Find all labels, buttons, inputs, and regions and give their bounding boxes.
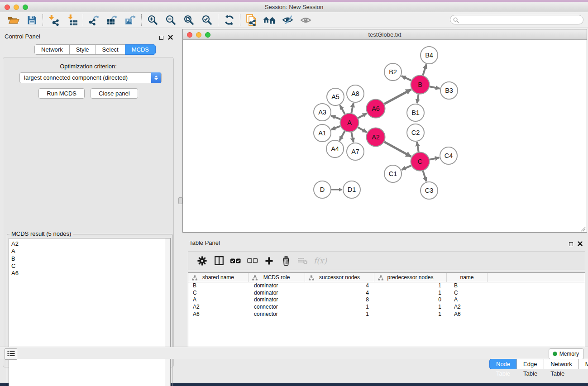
tab-style[interactable]: Style xyxy=(69,44,96,55)
graph-edge-B-B3[interactable] xyxy=(430,86,440,89)
main-window: Session: New Session Control Panel Netwo… xyxy=(0,2,588,383)
vertical-split-grip[interactable] xyxy=(178,197,182,204)
graph-edge-A-A1[interactable] xyxy=(331,126,340,130)
export-network-button[interactable] xyxy=(85,13,103,27)
open-session-button[interactable] xyxy=(5,13,23,27)
task-history-button[interactable] xyxy=(5,348,17,360)
tab-select[interactable]: Select xyxy=(96,44,125,55)
graph-node-label-D: D xyxy=(320,186,325,193)
zoom-out-button[interactable] xyxy=(162,13,180,27)
hide-selected-button[interactable] xyxy=(278,13,296,27)
control-panel-tabs: NetworkStyleSelectMCDS xyxy=(34,44,156,55)
table-row[interactable]: Adominator80A xyxy=(188,296,585,304)
node-table-body: Bdominator41BCdominator41CAdominator80AA… xyxy=(188,282,585,318)
tab-edge-table[interactable]: Edge Table xyxy=(516,359,544,369)
zoom-fit-button[interactable] xyxy=(180,13,198,27)
table-cell: 1 xyxy=(374,304,447,311)
create-column-button[interactable] xyxy=(261,253,277,268)
graph-edge-C-C2[interactable] xyxy=(417,142,418,152)
run-mcds-button[interactable]: Run MCDS xyxy=(38,88,85,99)
graph-edge-A-A3[interactable] xyxy=(331,116,340,119)
column-header-shared-name[interactable]: shared name xyxy=(188,273,249,282)
table-row[interactable]: Bdominator41B xyxy=(188,282,585,290)
table-settings-button[interactable] xyxy=(194,253,210,268)
mcds-result-item[interactable]: B xyxy=(11,255,170,262)
tab-node-table[interactable]: Node Table xyxy=(489,359,517,369)
show-all-button[interactable] xyxy=(296,13,315,27)
mcds-result-scrollbar[interactable] xyxy=(165,238,170,386)
table-row[interactable]: Cdominator41C xyxy=(188,290,585,297)
resize-grip-icon[interactable] xyxy=(580,225,586,231)
graph-edge-C-C1[interactable] xyxy=(402,166,411,170)
memory-button[interactable]: Memory xyxy=(549,348,584,359)
graph-edge-B-B4[interactable] xyxy=(423,64,426,75)
graph-edge-A-A4[interactable] xyxy=(339,131,344,141)
close-panel-button[interactable]: Close panel xyxy=(91,88,138,99)
table-row[interactable]: A6connector11A6 xyxy=(188,311,585,318)
save-session-button[interactable] xyxy=(23,13,41,27)
tab-network[interactable]: Network xyxy=(34,44,70,55)
table-toolbar: f(x) xyxy=(188,251,585,270)
deselect-all-columns-button[interactable] xyxy=(244,253,261,268)
network-view-window: testGlobe.txt AA1A2A3A4A5A6A7A8BB1B2B3B4… xyxy=(182,29,587,233)
graph-edge-A-A2[interactable] xyxy=(358,127,367,132)
node-table[interactable]: shared nameMCDS rolesuccessor nodesprede… xyxy=(188,272,585,359)
graph-edge-A-A7[interactable] xyxy=(351,132,354,142)
zoom-selected-button[interactable] xyxy=(198,13,216,27)
graph-node-label-B3: B3 xyxy=(445,87,453,94)
graph-edge-B-B2[interactable] xyxy=(402,76,411,81)
import-network-button[interactable] xyxy=(45,13,63,27)
mcds-result-item[interactable]: A6 xyxy=(11,270,170,277)
tab-mcds[interactable]: MCDS xyxy=(125,44,156,55)
graph-edge-A-A6[interactable] xyxy=(358,114,367,118)
column-header-successor-nodes[interactable]: successor nodes xyxy=(305,273,374,282)
float-panel-icon[interactable] xyxy=(569,242,573,246)
network-canvas[interactable]: AA1A2A3A4A5A6A7A8BB1B2B3B4CC1C2C3C4DD1 xyxy=(183,40,587,232)
graph-edge-A-A5[interactable] xyxy=(340,105,345,114)
select-all-columns-button[interactable] xyxy=(227,253,244,268)
search-input[interactable] xyxy=(450,15,583,24)
column-header-predecessor-nodes[interactable]: predecessor nodes xyxy=(374,273,447,282)
graph-edge-C-C4[interactable] xyxy=(430,157,439,159)
delete-table-button xyxy=(294,253,311,268)
column-header-MCDS-role[interactable]: MCDS role xyxy=(249,273,305,282)
memory-label: Memory xyxy=(559,351,579,357)
mcds-result-item[interactable]: A2 xyxy=(11,240,170,248)
mcds-result-group: MCDS result (5 nodes) A2ABCA6 xyxy=(7,234,172,386)
tab-network-table[interactable]: Network Table xyxy=(544,359,579,369)
apply-layout-button[interactable] xyxy=(220,13,238,27)
delete-column-button[interactable] xyxy=(277,253,294,268)
show-columns-button[interactable] xyxy=(210,253,227,268)
graph-node-label-D1: D1 xyxy=(348,186,356,193)
mcds-result-listbox[interactable]: A2ABCA6 xyxy=(9,238,171,386)
new-network-from-selection-button[interactable] xyxy=(242,13,260,27)
mcds-result-item[interactable]: C xyxy=(11,262,170,270)
tab-motifs[interactable]: Motifs xyxy=(578,359,588,369)
export-table-button[interactable] xyxy=(103,13,121,27)
columns-icon xyxy=(215,256,224,265)
first-neighbors-button[interactable] xyxy=(260,13,278,27)
float-panel-icon[interactable] xyxy=(159,36,163,40)
column-header-name[interactable]: name xyxy=(447,273,488,282)
export-image-button[interactable] xyxy=(121,13,139,27)
table-cell: A6 xyxy=(188,311,249,318)
graph-node-label-A6: A6 xyxy=(372,105,380,112)
close-panel-icon[interactable] xyxy=(168,33,173,42)
graph-edge-A-A8[interactable] xyxy=(351,103,354,113)
import-table-button[interactable] xyxy=(63,13,81,27)
graph-edge-A2-C[interactable] xyxy=(384,142,411,157)
table-row[interactable]: A2connector11A2 xyxy=(188,304,585,311)
zoom-in-button[interactable] xyxy=(143,13,162,27)
select-stepper-icon xyxy=(151,72,161,83)
criterion-select[interactable]: largest connected component (directed) xyxy=(19,72,162,83)
mcds-result-item[interactable]: A xyxy=(11,248,170,255)
memory-status-icon xyxy=(553,352,557,356)
graph-node-label-C1: C1 xyxy=(389,170,397,177)
table-cell: A xyxy=(447,296,488,304)
graph-edge-B-B1[interactable] xyxy=(417,94,418,103)
graph-edge-A6-B[interactable] xyxy=(384,90,411,104)
close-panel-icon[interactable] xyxy=(578,240,583,248)
uncheck-pair-icon xyxy=(247,258,258,263)
graph-edge-C-C3[interactable] xyxy=(423,171,426,181)
search-area xyxy=(450,15,583,24)
